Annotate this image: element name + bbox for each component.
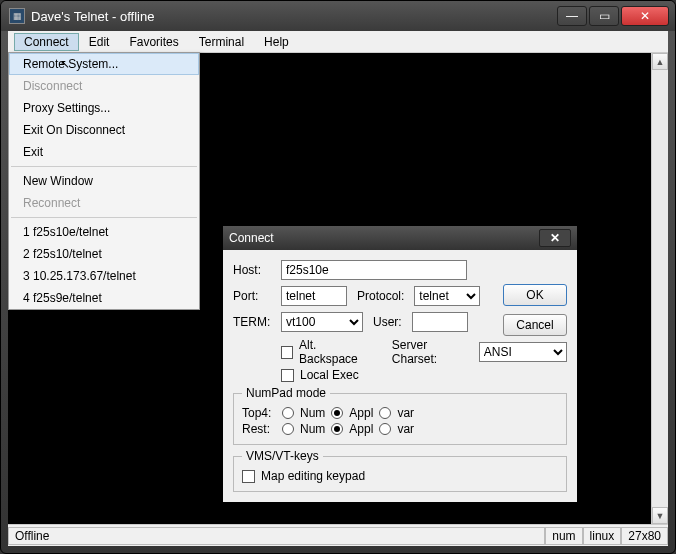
map-editing-keypad-label: Map editing keypad	[261, 469, 365, 483]
menu-item-proxy-settings[interactable]: Proxy Settings...	[9, 97, 199, 119]
menu-item-recent-3[interactable]: 3 10.25.173.67/telnet	[9, 265, 199, 287]
local-exec-checkbox[interactable]	[281, 369, 294, 382]
maximize-button[interactable]: ▭	[589, 6, 619, 26]
numpad-top4-var-radio[interactable]	[379, 407, 391, 419]
scrollbar-track[interactable]	[652, 70, 668, 507]
connect-menu-dropdown: Remote System... ↖ Disconnect Proxy Sett…	[8, 52, 200, 310]
alt-backspace-checkbox[interactable]	[281, 346, 293, 359]
menu-item-exit[interactable]: Exit	[9, 141, 199, 163]
close-button[interactable]: ✕	[621, 6, 669, 26]
dialog-close-button[interactable]: ✕	[539, 229, 571, 247]
numpad-rest-num-radio[interactable]	[282, 423, 294, 435]
numpad-top4-label: Top4:	[242, 406, 276, 420]
menu-favorites[interactable]: Favorites	[119, 33, 188, 51]
local-exec-label: Local Exec	[300, 368, 359, 382]
menu-item-reconnect: Reconnect	[9, 192, 199, 214]
dialog-title: Connect	[229, 231, 539, 245]
menu-item-remote-system[interactable]: Remote System... ↖	[9, 53, 199, 75]
numpad-rest-appl-radio[interactable]	[331, 423, 343, 435]
close-icon: ✕	[550, 231, 560, 245]
cancel-button[interactable]: Cancel	[503, 314, 567, 336]
status-cell: Offline	[8, 527, 545, 545]
term-select[interactable]: vt100	[281, 312, 363, 332]
menu-item-new-window[interactable]: New Window	[9, 170, 199, 192]
alt-backspace-label: Alt. Backspace	[299, 338, 372, 366]
numpad-top4-appl-radio[interactable]	[331, 407, 343, 419]
menu-terminal[interactable]: Terminal	[189, 33, 254, 51]
charset-label: Server Charset:	[392, 338, 469, 366]
menu-item-recent-1[interactable]: 1 f25s10e/telnet	[9, 221, 199, 243]
app-icon: ▦	[9, 8, 25, 24]
port-input[interactable]	[281, 286, 347, 306]
menu-item-disconnect: Disconnect	[9, 75, 199, 97]
cursor-icon: ↖	[60, 57, 70, 71]
port-label: Port:	[233, 289, 275, 303]
user-input[interactable]	[412, 312, 468, 332]
vms-legend: VMS/VT-keys	[242, 449, 323, 463]
menubar: Connect Edit Favorites Terminal Help	[8, 31, 668, 53]
menu-item-recent-4[interactable]: 4 f25s9e/telnet	[9, 287, 199, 309]
term-label: TERM:	[233, 315, 275, 329]
host-input[interactable]	[281, 260, 467, 280]
window-title: Dave's Telnet - offline	[31, 9, 555, 24]
protocol-select[interactable]: telnet	[414, 286, 480, 306]
titlebar[interactable]: ▦ Dave's Telnet - offline — ▭ ✕	[1, 1, 675, 31]
menu-item-exit-on-disconnect[interactable]: Exit On Disconnect	[9, 119, 199, 141]
numlock-cell: num	[545, 527, 582, 545]
menu-item-recent-2[interactable]: 2 f25s10/telnet	[9, 243, 199, 265]
connect-dialog: Connect ✕ OK Cancel Host: Port: Protocol…	[222, 225, 578, 503]
dialog-titlebar[interactable]: Connect ✕	[223, 226, 577, 250]
ok-button[interactable]: OK	[503, 284, 567, 306]
menu-separator	[11, 217, 197, 218]
protocol-label: Protocol:	[357, 289, 404, 303]
vms-fieldset: VMS/VT-keys Map editing keypad	[233, 449, 567, 492]
menu-separator	[11, 166, 197, 167]
statusbar: Offline num linux 27x80	[8, 524, 668, 546]
menu-help[interactable]: Help	[254, 33, 299, 51]
menu-edit[interactable]: Edit	[79, 33, 120, 51]
user-label: User:	[373, 315, 402, 329]
scroll-down-arrow-icon[interactable]: ▼	[652, 507, 668, 524]
map-editing-keypad-checkbox[interactable]	[242, 470, 255, 483]
menu-connect[interactable]: Connect	[14, 33, 79, 51]
numpad-rest-label: Rest:	[242, 422, 276, 436]
size-cell: 27x80	[621, 527, 668, 545]
scroll-up-arrow-icon[interactable]: ▲	[652, 53, 668, 70]
vertical-scrollbar[interactable]: ▲ ▼	[651, 53, 668, 524]
numpad-top4-num-radio[interactable]	[282, 407, 294, 419]
charset-select[interactable]: ANSI	[479, 342, 567, 362]
minimize-button[interactable]: —	[557, 6, 587, 26]
numpad-rest-var-radio[interactable]	[379, 423, 391, 435]
termtype-cell: linux	[583, 527, 622, 545]
numpad-fieldset: NumPad mode Top4: Num Appl var Rest: Num…	[233, 386, 567, 445]
host-label: Host:	[233, 263, 275, 277]
numpad-legend: NumPad mode	[242, 386, 330, 400]
